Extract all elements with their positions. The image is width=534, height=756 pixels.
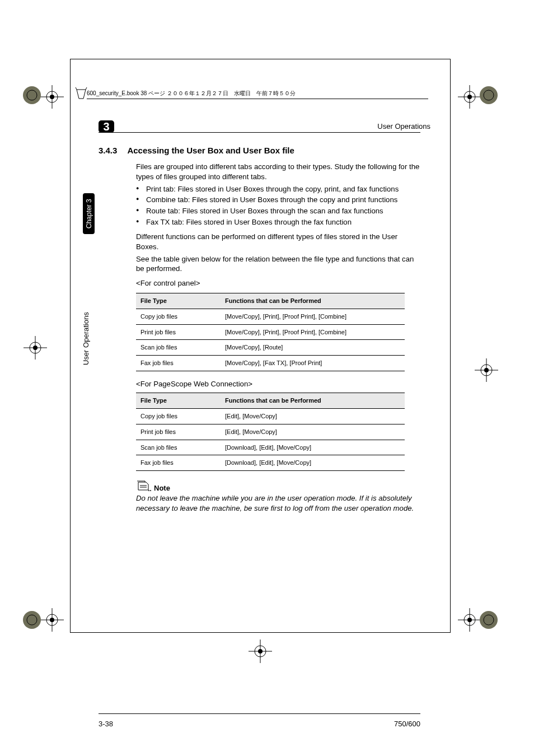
binder-clip-icon: [74, 87, 88, 101]
table-row: Scan job files [Move/Copy], [Route]: [136, 340, 405, 356]
crop-mark-icon: [40, 85, 64, 109]
model-number: 750/600: [394, 720, 420, 728]
table-cell: Print job files: [136, 424, 221, 440]
table-cell: [Edit], [Move/Copy]: [221, 424, 405, 440]
table-row: Fax job files [Download], [Edit], [Move/…: [136, 455, 405, 471]
svg-point-41: [150, 490, 151, 491]
content-area: 3.4.3Accessing the User Box and User Box…: [99, 146, 420, 516]
svg-point-11: [33, 346, 38, 350]
svg-point-32: [23, 611, 41, 629]
list-item: Fax TX tab: Files stored in User Boxes t…: [136, 217, 420, 227]
svg-point-40: [148, 490, 149, 491]
svg-point-28: [23, 86, 41, 104]
side-tab-label: User Operations: [82, 312, 90, 365]
table-cell: [Download], [Edit], [Move/Copy]: [221, 440, 405, 455]
page-footer: 3-38 750/600: [99, 713, 420, 728]
table-cell: [Edit], [Move/Copy]: [221, 408, 405, 424]
svg-point-3: [50, 95, 54, 99]
control-panel-label: <For control panel>: [136, 278, 420, 288]
table-row: Fax job files [Move/Copy], [Fax TX], [Pr…: [136, 356, 405, 371]
table-row: Print job files [Edit], [Move/Copy]: [136, 424, 405, 440]
table-cell: Scan job files: [136, 340, 221, 356]
crop-mark-icon: [475, 358, 498, 382]
table-header: File Type: [136, 293, 221, 309]
table-cell: [Move/Copy], [Print], [Proof Print], [Co…: [221, 324, 405, 340]
file-info-bar: 600_security_E.book 38 ページ ２００６年１２月２７日 水…: [87, 90, 423, 97]
table-cell: Print job files: [136, 324, 221, 340]
table-cell: Fax job files: [136, 455, 221, 471]
file-info-text: 600_security_E.book 38 ページ ２００６年１２月２７日 水…: [87, 90, 296, 96]
list-item: Print tab: Files stored in User Boxes th…: [136, 184, 420, 194]
table-row: Scan job files [Download], [Edit], [Move…: [136, 440, 405, 455]
table-row: Copy job files [Edit], [Move/Copy]: [136, 408, 405, 424]
running-head: User Operations: [377, 122, 430, 130]
svg-point-15: [484, 368, 489, 372]
list-item: Route tab: Files stored in User Boxes th…: [136, 206, 420, 216]
functions-paragraph: Different functions can be performed on …: [136, 232, 420, 252]
side-tab-chapter: Chapter 3: [83, 193, 95, 234]
crop-mark-icon: [249, 640, 272, 663]
table-cell: Scan job files: [136, 440, 221, 455]
table-row: Print job files [Move/Copy], [Print], [P…: [136, 324, 405, 340]
table-cell: [Move/Copy], [Fax TX], [Proof Print]: [221, 356, 405, 371]
corner-dot-icon: [22, 86, 41, 105]
table-cell: Fax job files: [136, 356, 221, 371]
table-cell: Copy job files: [136, 309, 221, 324]
pagescope-table: File Type Functions that can be Performe…: [136, 393, 405, 471]
svg-point-34: [480, 611, 498, 629]
table-cell: Copy job files: [136, 408, 221, 424]
intro-paragraph: Files are grouped into different tabs ac…: [136, 162, 420, 182]
note-text: Do not leave the machine while you are i…: [136, 493, 420, 514]
table-cell: [Download], [Edit], [Move/Copy]: [221, 455, 405, 471]
tabs-bullet-list: Print tab: Files stored in User Boxes th…: [136, 184, 420, 227]
crop-mark-icon: [40, 608, 64, 632]
list-item: Combine tab: Files stored in User Boxes …: [136, 195, 420, 205]
corner-dot-icon: [479, 86, 498, 105]
page-number: 3-38: [99, 720, 113, 728]
crop-mark-icon: [458, 608, 481, 632]
table-cell: [Move/Copy], [Print], [Proof Print], [Co…: [221, 309, 405, 324]
svg-line-37: [86, 87, 87, 90]
svg-point-7: [467, 95, 472, 99]
crop-mark-icon: [24, 336, 47, 360]
svg-point-19: [50, 618, 54, 622]
chapter-number-badge: 3: [99, 120, 114, 133]
corner-dot-icon: [22, 610, 41, 629]
corner-dot-icon: [479, 610, 498, 629]
table-header: File Type: [136, 393, 221, 408]
table-header: Functions that can be Performed: [221, 293, 405, 309]
table-row: Copy job files [Move/Copy], [Print], [Pr…: [136, 309, 405, 324]
note-block: Note Do not leave the machine while you …: [136, 479, 420, 514]
header-rule: [99, 132, 420, 133]
control-panel-table: File Type Functions that can be Performe…: [136, 293, 405, 371]
table-cell: [Move/Copy], [Route]: [221, 340, 405, 356]
section-number: 3.4.3: [99, 146, 117, 155]
crop-mark-icon: [458, 85, 481, 109]
svg-point-27: [258, 649, 263, 654]
section-title: Accessing the User Box and User Box file: [127, 146, 294, 155]
table-header: Functions that can be Performed: [221, 393, 405, 408]
note-icon: [136, 479, 152, 492]
section-heading: 3.4.3Accessing the User Box and User Box…: [99, 146, 420, 155]
svg-point-23: [467, 618, 472, 622]
see-table-paragraph: See the table given below for the relati…: [136, 254, 420, 274]
svg-point-30: [480, 86, 498, 104]
pagescope-label: <For PageScope Web Connection>: [136, 379, 420, 389]
svg-line-36: [76, 87, 77, 90]
note-heading: Note: [154, 483, 420, 493]
